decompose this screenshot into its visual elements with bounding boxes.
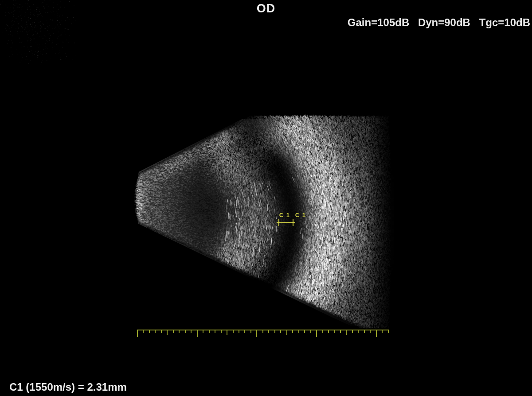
measurement-readout: C1 (1550m/s) = 2.31mm (9, 381, 127, 393)
acquisition-params: Gain=105dB Dyn=90dB Tgc=10dB (348, 16, 530, 29)
dynamic-range-value: Dyn=90dB (418, 16, 470, 28)
tgc-value: Tgc=10dB (479, 16, 530, 28)
laterality-label: OD (0, 2, 532, 16)
gain-value: Gain=105dB (348, 16, 409, 28)
ultrasound-bscan-image[interactable] (0, 0, 532, 396)
ultrasound-screen: OD Gain=105dB Dyn=90dB Tgc=10dB C 1 C 1 … (0, 0, 532, 396)
